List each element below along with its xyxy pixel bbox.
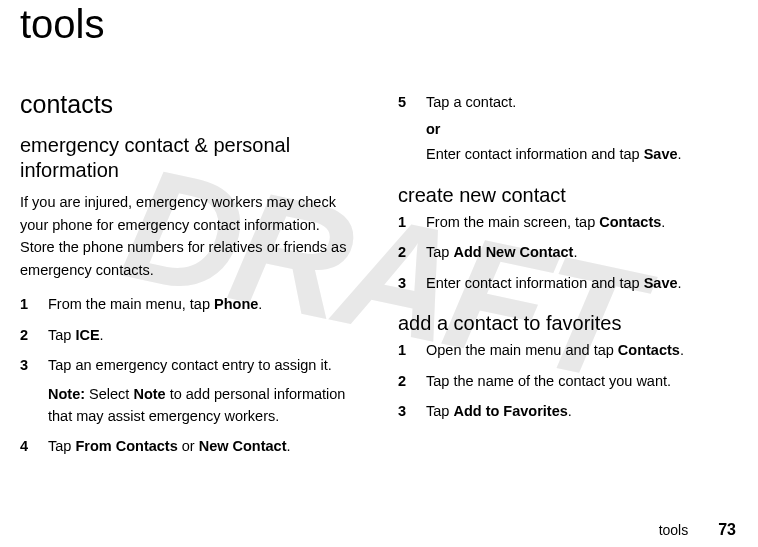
page-footer: tools 73	[659, 521, 736, 539]
step-number: 2	[398, 370, 410, 392]
fav-step-3: 3 Tap Add to Favorites.	[398, 400, 732, 422]
emergency-step-2: 2 Tap ICE.	[20, 324, 354, 346]
step-text: Tap a contact.	[426, 91, 732, 113]
step-text: Tap Add to Favorites.	[426, 400, 732, 422]
bold-text: Save	[644, 146, 678, 162]
section-contacts: contacts	[20, 91, 354, 117]
bold-text: Phone	[214, 296, 258, 312]
emergency-step-5: 5 Tap a contact.	[398, 91, 732, 113]
step-number: 1	[20, 293, 32, 315]
or-text: or	[426, 121, 732, 137]
text: Tap an emergency contact entry to assign…	[48, 357, 332, 373]
text: From the main screen, tap	[426, 214, 599, 230]
step-number: 3	[20, 354, 32, 427]
text: Tap the name of the contact you want.	[426, 373, 671, 389]
text: .	[568, 403, 572, 419]
text: Enter contact information and tap	[426, 146, 644, 162]
left-column: contacts emergency contact & personal in…	[20, 91, 354, 466]
page-content: tools contacts emergency contact & perso…	[0, 2, 758, 466]
text: Tap	[48, 327, 75, 343]
step-text: Enter contact information and tap Save.	[426, 272, 732, 294]
text: .	[573, 244, 577, 260]
emergency-step-4: 4 Tap From Contacts or New Contact.	[20, 435, 354, 457]
create-step-2: 2 Tap Add New Contact.	[398, 241, 732, 263]
text: .	[661, 214, 665, 230]
text: Tap	[426, 244, 453, 260]
footer-label: tools	[659, 522, 689, 538]
step-number: 4	[20, 435, 32, 457]
note-label: Note:	[48, 386, 85, 402]
step-number: 5	[398, 91, 410, 113]
text: or	[178, 438, 199, 454]
bold-text: New Contact	[199, 438, 287, 454]
text: From the main menu, tap	[48, 296, 214, 312]
subsection-emergency: emergency contact & personal information	[20, 133, 354, 183]
text: .	[258, 296, 262, 312]
text: Tap	[426, 403, 453, 419]
step-number: 3	[398, 400, 410, 422]
fav-step-1: 1 Open the main menu and tap Contacts.	[398, 339, 732, 361]
fav-step-2: 2 Tap the name of the contact you want.	[398, 370, 732, 392]
bold-text: ICE	[75, 327, 99, 343]
bold-text: Contacts	[599, 214, 661, 230]
bold-text: Save	[644, 275, 678, 291]
text: Open the main menu and tap	[426, 342, 618, 358]
text: .	[100, 327, 104, 343]
step-number: 2	[398, 241, 410, 263]
page-number: 73	[718, 521, 736, 539]
text: .	[678, 146, 682, 162]
step-text: Tap From Contacts or New Contact.	[48, 435, 354, 457]
step-text: Open the main menu and tap Contacts.	[426, 339, 732, 361]
right-column: 5 Tap a contact. or Enter contact inform…	[398, 91, 732, 466]
step-number: 3	[398, 272, 410, 294]
emergency-step-3: 3 Tap an emergency contact entry to assi…	[20, 354, 354, 427]
step-number: 1	[398, 211, 410, 233]
text: Select	[85, 386, 133, 402]
create-step-1: 1 From the main screen, tap Contacts.	[398, 211, 732, 233]
step-text: From the main screen, tap Contacts.	[426, 211, 732, 233]
step-text: Tap ICE.	[48, 324, 354, 346]
text: .	[680, 342, 684, 358]
bold-text: Note	[133, 386, 165, 402]
subsection-favorites: add a contact to favorites	[398, 312, 732, 335]
emergency-intro: If you are injured, emergency workers ma…	[20, 191, 354, 281]
text: .	[287, 438, 291, 454]
page-title: tools	[20, 2, 738, 47]
bold-text: Add New Contact	[453, 244, 573, 260]
columns: contacts emergency contact & personal in…	[20, 91, 738, 466]
text: .	[678, 275, 682, 291]
text: Tap	[48, 438, 75, 454]
bold-text: Add to Favorites	[453, 403, 567, 419]
step-text: From the main menu, tap Phone.	[48, 293, 354, 315]
text: Enter contact information and tap	[426, 275, 644, 291]
enter-contact-text: Enter contact information and tap Save.	[426, 143, 732, 165]
step-text: Tap an emergency contact entry to assign…	[48, 354, 354, 427]
step-text: Tap the name of the contact you want.	[426, 370, 732, 392]
emergency-step-1: 1 From the main menu, tap Phone.	[20, 293, 354, 315]
step-text: Tap Add New Contact.	[426, 241, 732, 263]
bold-text: Contacts	[618, 342, 680, 358]
step-number: 2	[20, 324, 32, 346]
subsection-create-contact: create new contact	[398, 184, 732, 207]
step-note: Note: Select Note to add personal inform…	[48, 383, 354, 428]
create-step-3: 3 Enter contact information and tap Save…	[398, 272, 732, 294]
bold-text: From Contacts	[75, 438, 177, 454]
step-number: 1	[398, 339, 410, 361]
